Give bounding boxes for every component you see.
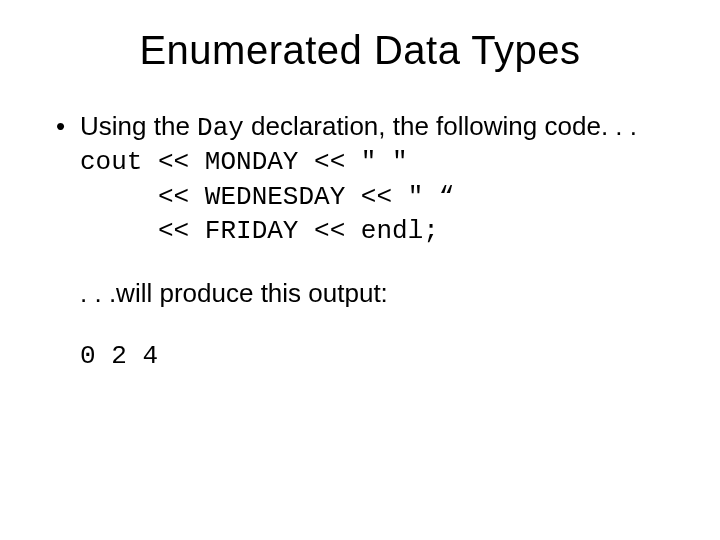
code-line-2: << WEDNESDAY << " “ [80,182,454,212]
output-intro-text: . . .will produce this output: [80,276,680,310]
bullet-text-pre: Using the [80,111,197,141]
bullet-text: Using the Day declaration, the following… [80,109,680,145]
code-block: cout << MONDAY << " " << WEDNESDAY << " … [80,145,680,248]
inline-code-day: Day [197,113,244,143]
code-line-1: cout << MONDAY << " " [80,147,408,177]
slide: Enumerated Data Types • Using the Day de… [0,0,720,540]
bullet-item: • Using the Day declaration, the followi… [56,109,680,145]
slide-title: Enumerated Data Types [40,28,680,73]
slide-body: • Using the Day declaration, the followi… [40,109,680,373]
program-output: 0 2 4 [80,339,680,373]
code-line-3: << FRIDAY << endl; [80,216,439,246]
bullet-text-post: declaration, the following code. . . [244,111,637,141]
bullet-dot: • [56,109,80,143]
